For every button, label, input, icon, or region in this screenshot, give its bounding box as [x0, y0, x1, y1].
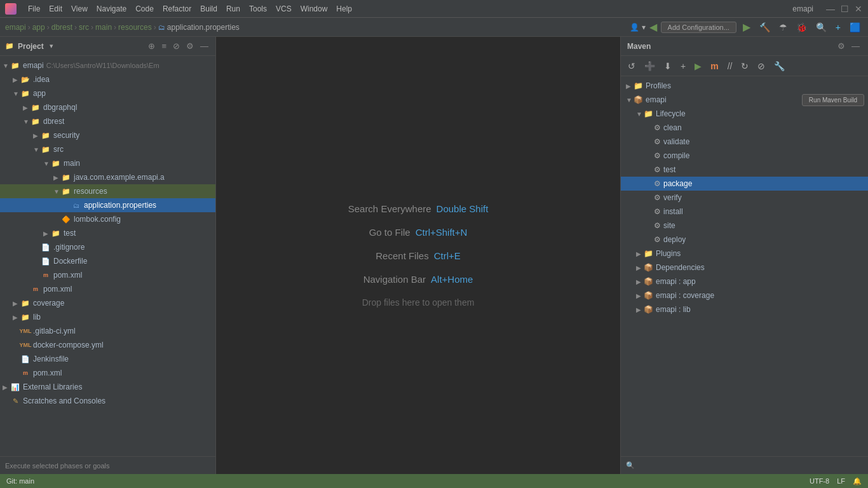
maven-item-plugins[interactable]: ▶ 📁 Plugins: [621, 247, 868, 261]
menu-item-help[interactable]: Help: [332, 3, 356, 15]
menu-item-window[interactable]: Window: [297, 3, 332, 15]
breadcrumb-resources[interactable]: resources: [118, 23, 152, 32]
tree-item-idea[interactable]: ▶ 📂 .idea: [0, 72, 215, 86]
menu-item-file[interactable]: File: [24, 3, 44, 15]
label-jenkinsfile: Jenkinsfile: [33, 355, 69, 363]
menu-item-build[interactable]: Build: [196, 3, 221, 15]
maven-hide-icon[interactable]: —: [850, 41, 862, 51]
menu-item-vcs[interactable]: VCS: [272, 3, 295, 15]
tree-item-pom-app[interactable]: m pom.xml: [0, 282, 215, 296]
maven-add-project-button[interactable]: ➕: [641, 59, 658, 73]
maven-item-profiles[interactable]: ▶ 📁 Profiles: [621, 79, 868, 93]
minimize-button[interactable]: —: [826, 4, 835, 13]
run-maven-build-button[interactable]: Run Maven Build: [802, 94, 864, 106]
goto-file-key: Ctrl+Shift+N: [416, 227, 468, 238]
tree-item-external-libraries[interactable]: ▶ 📊 External Libraries: [0, 380, 215, 394]
maven-item-test[interactable]: ⚙ test: [621, 163, 868, 177]
tree-item-main[interactable]: ▼ 📁 main: [0, 156, 215, 170]
maven-item-emapi-lib[interactable]: ▶ 📦 emapi : lib: [621, 302, 868, 316]
tree-item-coverage[interactable]: ▶ 📁 coverage: [0, 296, 215, 310]
scroll-from-source-icon[interactable]: ≡: [159, 41, 168, 51]
label-maven-test: test: [663, 165, 675, 174]
tree-item-scratches[interactable]: ✎ Scratches and Consoles: [0, 394, 215, 408]
breadcrumb-app[interactable]: app: [32, 23, 45, 32]
maven-item-verify[interactable]: ⚙ verify: [621, 191, 868, 205]
add-configuration-button[interactable]: Add Configuration...: [661, 22, 736, 33]
maven-cancel-button[interactable]: ⊘: [754, 59, 768, 73]
user-icon[interactable]: 👤 ▾: [630, 23, 645, 32]
tree-item-gitignore[interactable]: 📄 .gitignore: [0, 240, 215, 254]
back-icon[interactable]: ◀: [649, 21, 657, 33]
maven-item-clean[interactable]: ⚙ clean: [621, 121, 868, 135]
maven-item-install[interactable]: ⚙ install: [621, 205, 868, 219]
coverage-button[interactable]: ☂: [776, 21, 790, 34]
maven-item-emapi-app[interactable]: ▶ 📦 emapi : app: [621, 274, 868, 288]
tree-item-docker-compose[interactable]: YML docker-compose.yml: [0, 338, 215, 352]
maven-sync-button[interactable]: ↻: [738, 59, 752, 73]
maven-refresh-button[interactable]: ↺: [625, 59, 639, 73]
menu-item-run[interactable]: Run: [222, 3, 244, 15]
maven-item-deploy[interactable]: ⚙ deploy: [621, 233, 868, 247]
maven-wrench-button[interactable]: 🔧: [771, 59, 788, 73]
menu-item-edit[interactable]: Edit: [45, 3, 66, 15]
maven-execute-button[interactable]: ▶: [691, 59, 705, 73]
breadcrumb-main[interactable]: main: [95, 23, 112, 32]
tree-item-pom-dbrest[interactable]: m pom.xml: [0, 268, 215, 282]
build-button[interactable]: 🔨: [757, 21, 773, 34]
search-everywhere-button[interactable]: 🔍: [813, 21, 829, 34]
sidebar-hide-icon[interactable]: —: [198, 41, 210, 51]
tree-item-app[interactable]: ▼ 📁 app: [0, 86, 215, 100]
tree-item-dbgraphql[interactable]: ▶ 📁 dbgraphql: [0, 100, 215, 114]
notifications-icon[interactable]: 🔔: [853, 477, 862, 485]
arrow-lib: ▶: [13, 314, 20, 321]
tree-item-java-pkg[interactable]: ▶ 📁 java.com.example.emapi.a: [0, 170, 215, 184]
maximize-button[interactable]: ☐: [840, 4, 849, 13]
tree-item-pom-root[interactable]: m pom.xml: [0, 366, 215, 380]
tree-item-security[interactable]: ▶ 📁 security: [0, 128, 215, 142]
tree-item-src[interactable]: ▼ 📁 src: [0, 142, 215, 156]
menu-item-view[interactable]: View: [67, 3, 92, 15]
tree-item-emapi-root[interactable]: ▼ 📁 emapi C:\Users\SantroW11\Downloads\E…: [0, 58, 215, 72]
maven-item-compile[interactable]: ⚙ compile: [621, 149, 868, 163]
tree-item-gitlab-ci[interactable]: YML .gitlab-ci.yml: [0, 324, 215, 338]
tree-item-resources[interactable]: ▼ 📁 resources: [0, 184, 215, 198]
menu-item-navigate[interactable]: Navigate: [93, 3, 130, 15]
settings-icon[interactable]: 🟦: [847, 21, 863, 34]
tree-item-dbrest[interactable]: ▼ 📁 dbrest: [0, 114, 215, 128]
sidebar-settings-icon[interactable]: ⚙: [184, 41, 196, 51]
add-plugin-button[interactable]: +: [833, 21, 843, 34]
maven-download-button[interactable]: ⬇: [661, 59, 675, 73]
maven-generate-button[interactable]: m: [707, 59, 721, 73]
maven-item-lifecycle[interactable]: ▼ 📁 Lifecycle: [621, 107, 868, 121]
locate-icon[interactable]: ⊕: [146, 41, 157, 51]
debug-button[interactable]: 🐞: [794, 21, 810, 34]
breadcrumb-emapi[interactable]: emapi: [5, 23, 26, 32]
tree-item-lombok[interactable]: 🔶 lombok.config: [0, 212, 215, 226]
maven-settings-icon[interactable]: ⚙: [836, 41, 847, 51]
maven-toggle-button[interactable]: //: [724, 59, 736, 73]
maven-item-emapi[interactable]: ▼ 📦 emapi Run Maven Build: [621, 93, 868, 107]
breadcrumb-src[interactable]: src: [79, 23, 89, 32]
tree-item-application-properties[interactable]: 🗂 application.properties: [0, 198, 215, 212]
maven-item-site[interactable]: ⚙ site: [621, 219, 868, 233]
tree-item-lib[interactable]: ▶ 📁 lib: [0, 310, 215, 324]
menu-item-refactor[interactable]: Refactor: [159, 3, 195, 15]
menu-item-tools[interactable]: Tools: [245, 3, 271, 15]
run-button[interactable]: ▶: [740, 20, 753, 34]
label-scratches: Scratches and Consoles: [23, 396, 105, 405]
tree-item-test[interactable]: ▶ 📁 test: [0, 226, 215, 240]
window-controls[interactable]: — ☐ ✕: [826, 4, 863, 13]
maven-add-button[interactable]: +: [677, 59, 689, 73]
nav-actions: 👤 ▾ ◀ Add Configuration... ▶ 🔨 ☂ 🐞 🔍 + 🟦: [630, 20, 863, 34]
close-button[interactable]: ✕: [854, 4, 863, 13]
tree-item-jenkinsfile[interactable]: 📄 Jenkinsfile: [0, 352, 215, 366]
maven-item-dependencies[interactable]: ▶ 📦 Dependencies: [621, 261, 868, 274]
breadcrumb-dbrest[interactable]: dbrest: [51, 23, 72, 32]
maven-item-package[interactable]: ⚙ package: [621, 177, 868, 191]
label-compile: compile: [663, 151, 689, 160]
menu-item-code[interactable]: Code: [132, 3, 158, 15]
tree-item-dockerfile[interactable]: 📄 Dockerfile: [0, 254, 215, 268]
maven-item-validate[interactable]: ⚙ validate: [621, 135, 868, 149]
collapse-all-icon[interactable]: ⊘: [171, 41, 182, 51]
maven-item-emapi-coverage[interactable]: ▶ 📦 emapi : coverage: [621, 288, 868, 302]
